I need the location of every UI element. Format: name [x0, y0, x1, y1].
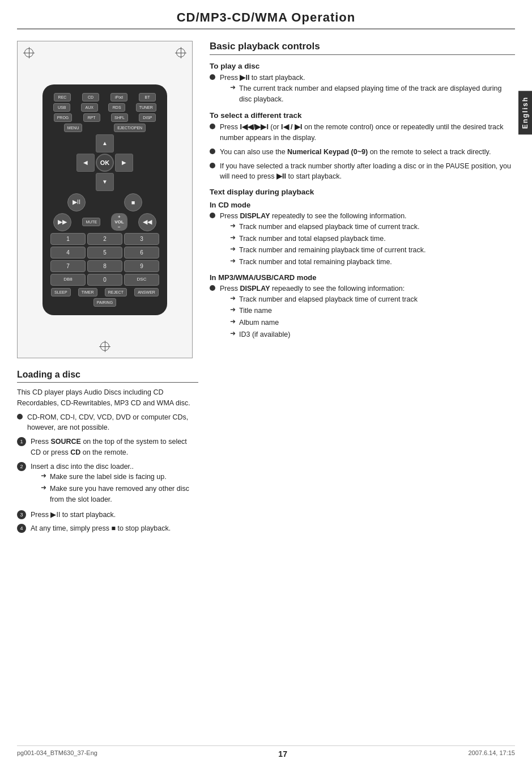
remote-num-1[interactable]: 1	[50, 233, 86, 245]
remote-row-4: MENU EJECT/OPEN	[48, 124, 161, 132]
remote-num-5[interactable]: 5	[87, 247, 122, 259]
remote-row-play: ▶II ■	[48, 193, 161, 211]
mp3-sub-text-1: Track number and elapsed playback time o…	[239, 294, 418, 305]
mp3-bullet-circle	[210, 285, 215, 291]
remote-num-8[interactable]: 8	[87, 260, 122, 272]
remote-display-btn[interactable]: DISP	[139, 113, 156, 122]
remote-rds-btn[interactable]: RDS	[108, 103, 125, 112]
cd-mode-title: In CD mode	[210, 201, 515, 209]
page-footer: pg001-034_BTM630_37-Eng 17 2007.6.14, 17…	[17, 745, 515, 758]
remote-ipod-btn[interactable]: iPod	[110, 93, 127, 101]
remote-repeat-btn[interactable]: RPT	[83, 113, 100, 122]
to-select-title: To select a different track	[210, 111, 515, 120]
dpad-right[interactable]: ▶	[115, 154, 133, 172]
remote-num-6[interactable]: 6	[124, 247, 159, 259]
cd-sub-text-3: Track number and remaining playback time…	[239, 245, 426, 256]
dpad-corner-tl	[76, 134, 95, 152]
remote-timer-btn[interactable]: TIMER	[78, 288, 97, 296]
remote-cd-btn[interactable]: CD	[82, 93, 99, 101]
play-sub-text-1: The current track number and elapsed pla…	[239, 83, 515, 105]
remote-menu-btn[interactable]: MENU	[64, 124, 83, 132]
remote-numpad: 1 2 3 4 5 6 7 8 9 DB8 0 DSC	[50, 233, 159, 286]
remote-stop-btn[interactable]: ■	[124, 193, 142, 211]
remote-row-pairing: PAIRING	[48, 298, 161, 307]
mp3-sub-text-2: Title name	[239, 306, 272, 316]
remote-tuner-btn[interactable]: TUNER	[136, 103, 156, 112]
remote-usb-btn[interactable]: USB	[53, 103, 70, 112]
remote-num-7[interactable]: 7	[50, 260, 86, 272]
dpad-corner-tr	[115, 134, 133, 152]
vol-minus[interactable]: −	[118, 224, 121, 230]
remote-body: REC CD iPod BT USB AUX RDS TUNER PROG RP…	[42, 84, 167, 315]
loading-bullet-text-1: Press SOURCE on the top of the system to…	[31, 437, 198, 458]
select-bullet-text-0: Press I◀◀/▶▶I (or I◀ / ▶I on the remote …	[220, 122, 515, 143]
remote-pairing-btn[interactable]: PAIRING	[93, 298, 116, 307]
remote-num-db8[interactable]: DB8	[50, 274, 86, 286]
mp3-sub-text-4: ID3 (if available)	[239, 329, 290, 340]
cd-bullet-circle	[210, 213, 215, 218]
dpad-down[interactable]: ▼	[96, 173, 114, 191]
remote-playpause-btn[interactable]: ▶II	[67, 193, 86, 211]
remote-num-9[interactable]: 9	[124, 260, 159, 272]
mp3-sub-3: ➜ Album name	[230, 317, 418, 328]
vol-plus[interactable]: +	[118, 214, 121, 219]
left-column: REC CD iPod BT USB AUX RDS TUNER PROG RP…	[17, 41, 198, 537]
mp3-bullet-0: Press DISPLAY repeaedly to see the follo…	[210, 283, 515, 341]
remote-vol-control[interactable]: + VOL −	[111, 213, 127, 231]
select-bullet-1: You can also use the Numerical Keypad (0…	[210, 147, 515, 158]
remote-ff-btn[interactable]: ▶▶	[53, 213, 71, 231]
mp3-bullet-main: Press DISPLAY repeaedly to see the follo…	[220, 285, 405, 293]
crosshair-tr	[175, 47, 186, 58]
remote-num-4[interactable]: 4	[50, 247, 86, 259]
remote-mute-btn[interactable]: MUTE	[82, 218, 100, 226]
remote-reject-btn[interactable]: REJECT	[105, 288, 127, 296]
cd-sub-4: ➜ Track number and total remaining playb…	[230, 257, 426, 268]
basic-controls-title: Basic playback controls	[210, 41, 515, 55]
remote-row-transport: ▶▶ MUTE + VOL − ◀◀	[48, 213, 161, 231]
bullet-num-1: 1	[17, 437, 26, 446]
remote-shuffle-btn[interactable]: SHFL	[111, 113, 128, 122]
remote-num-3[interactable]: 3	[124, 233, 159, 245]
loading-bullet-0: CD-ROM, CD-I, CDV, VCD, DVD or computer …	[17, 412, 198, 434]
right-column: Basic playback controls To play a disc P…	[210, 41, 515, 537]
mp3-sub-4: ➜ ID3 (if available)	[230, 329, 418, 340]
remote-bt-btn[interactable]: BT	[139, 93, 156, 101]
page-title-bar: CD/MP3-CD/WMA Operation	[17, 0, 515, 29]
remote-sleep-btn[interactable]: SLEEP	[51, 288, 71, 296]
crosshair-b	[99, 341, 110, 352]
loading-arrow-text-2b: Make sure you have removed any other dis…	[50, 484, 198, 505]
remote-num-0[interactable]: 0	[87, 274, 122, 286]
mp3-sub-1: ➜ Track number and elapsed playback time…	[230, 294, 418, 305]
remote-answer-btn[interactable]: ANSWER	[134, 288, 159, 296]
remote-num-2[interactable]: 2	[87, 233, 122, 245]
cd-sub-text-4: Track number and total remaining playbac…	[239, 257, 392, 268]
remote-aux-btn[interactable]: AUX	[81, 103, 98, 112]
loading-bullet-1: 1 Press SOURCE on the top of the system …	[17, 437, 198, 458]
dpad-ok[interactable]: OK	[96, 154, 114, 172]
cd-sub-3: ➜ Track number and remaining playback ti…	[230, 245, 426, 256]
loading-bullet-2: 2 Insert a disc into the disc loader.. ➜…	[17, 461, 198, 506]
remote-rec-btn[interactable]: REC	[54, 93, 71, 101]
select-bullet-2: If you have selected a track number shor…	[210, 161, 515, 183]
play-bullet-main: Press ▶II to start playback.	[220, 74, 305, 82]
dpad-corner-br	[115, 173, 133, 191]
dpad-up[interactable]: ▲	[96, 134, 114, 152]
remote-num-dsc[interactable]: DSC	[124, 274, 159, 286]
bullet-circle-0	[17, 414, 23, 419]
dpad-left[interactable]: ◀	[76, 154, 95, 172]
bullet-num-4: 4	[17, 524, 26, 533]
remote-eject-btn[interactable]: EJECT/OPEN	[114, 124, 146, 132]
cd-sub-2: ➜ Track number and total elapsed playbac…	[230, 234, 426, 244]
select-bullet-circle-2	[210, 163, 215, 168]
remote-row-bottom: SLEEP TIMER REJECT ANSWER	[48, 288, 161, 296]
select-bullet-text-2: If you have selected a track number shor…	[220, 161, 515, 183]
select-bullet-0: Press I◀◀/▶▶I (or I◀ / ▶I on the remote …	[210, 122, 515, 143]
mp3-sub-2: ➜ Title name	[230, 306, 418, 316]
play-bullet-0: Press ▶II to start playback. ➜ The curre…	[210, 73, 515, 105]
remote-rew-btn[interactable]: ◀◀	[138, 213, 156, 231]
footer-left: pg001-034_BTM630_37-Eng	[17, 749, 97, 758]
dpad-corner-bl	[76, 173, 95, 191]
loading-body: This CD player plays Audio Discs includi…	[17, 387, 198, 409]
remote-prog-btn[interactable]: PROG	[54, 113, 73, 122]
bullet-num-2: 2	[17, 462, 26, 471]
